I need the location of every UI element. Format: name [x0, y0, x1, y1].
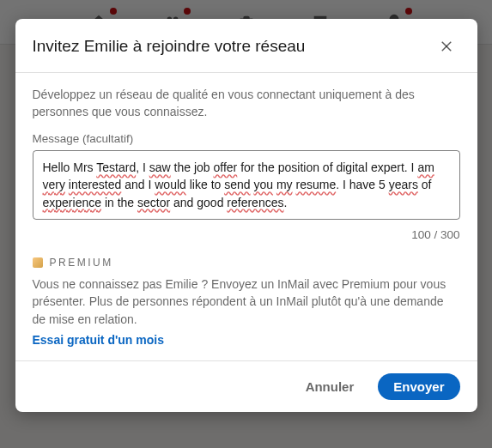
premium-header: PREMIUM	[33, 257, 460, 269]
premium-label: PREMIUM	[50, 257, 113, 269]
cancel-button[interactable]: Annuler	[290, 373, 370, 400]
invite-modal: Invitez Emilie à rejoindre votre réseau …	[15, 19, 477, 412]
close-button[interactable]	[433, 33, 460, 60]
char-count-max: 300	[440, 228, 460, 241]
modal-title: Invitez Emilie à rejoindre votre réseau	[33, 37, 306, 56]
modal-body: Développez un réseau de qualité en vous …	[15, 73, 477, 360]
premium-description: Vous ne connaissez pas Emilie ? Envoyez …	[33, 275, 460, 328]
modal-header: Invitez Emilie à rejoindre votre réseau	[15, 19, 477, 73]
modal-footer: Annuler Envoyer	[15, 360, 477, 412]
intro-text: Développez un réseau de qualité en vous …	[33, 87, 460, 120]
char-count-current: 100	[411, 228, 431, 241]
modal-overlay: Invitez Emilie à rejoindre votre réseau …	[0, 0, 492, 448]
message-textarea[interactable]: Hello Mrs Testard, I saw the job offer f…	[33, 150, 460, 220]
char-counter: 100 / 300	[33, 228, 460, 241]
message-label: Message (facultatif)	[33, 132, 460, 145]
send-button[interactable]: Envoyer	[378, 373, 459, 400]
close-icon	[439, 39, 454, 54]
premium-icon	[33, 257, 43, 268]
premium-trial-link[interactable]: Essai gratuit d'un mois	[33, 333, 164, 347]
